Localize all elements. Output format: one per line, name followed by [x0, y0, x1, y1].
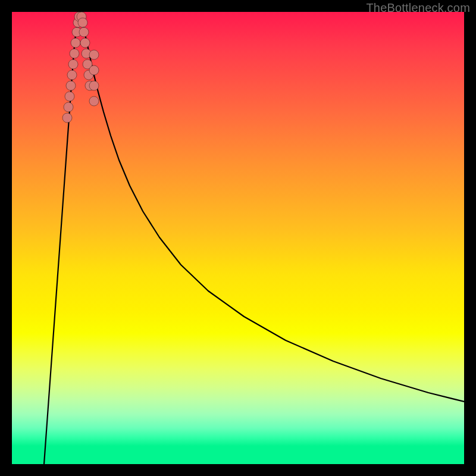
chart-svg: [12, 12, 464, 464]
marker-point: [79, 27, 89, 37]
marker-point: [89, 50, 99, 60]
marker-point: [62, 113, 72, 123]
marker-group: [62, 12, 99, 123]
marker-point: [70, 49, 79, 58]
chart-frame: TheBottleneck.com: [0, 0, 476, 476]
marker-point: [66, 81, 76, 90]
marker-point: [68, 60, 78, 69]
marker-point: [89, 81, 99, 90]
marker-point: [89, 96, 99, 106]
marker-point: [71, 38, 80, 48]
marker-point: [65, 92, 74, 101]
plot-area: [12, 12, 464, 464]
marker-point: [64, 102, 73, 112]
curve-right-branch: [81, 17, 464, 402]
marker-point: [89, 65, 99, 75]
marker-point: [78, 18, 87, 27]
curve-group: [44, 17, 464, 464]
marker-point: [67, 70, 77, 80]
marker-point: [80, 38, 90, 48]
